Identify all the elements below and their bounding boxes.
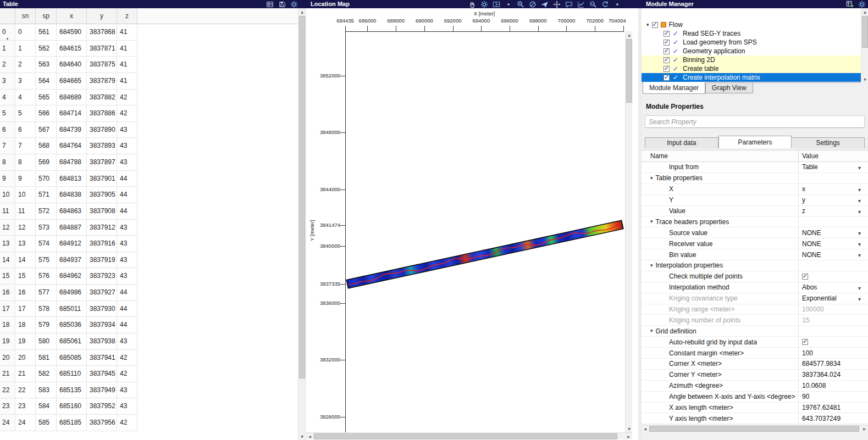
table-cell[interactable]: 684912 xyxy=(57,236,87,252)
table-cell[interactable]: 571 xyxy=(36,187,57,203)
dropdown-arrow-icon[interactable] xyxy=(858,186,861,193)
table-cell[interactable]: 19 xyxy=(15,333,36,350)
row-header-cell[interactable]: 14 xyxy=(0,252,15,269)
property-row-trace-headers-properties[interactable]: Trace headers properties xyxy=(642,216,868,227)
table-cell[interactable]: 7 xyxy=(15,138,36,154)
table-cell[interactable]: 43 xyxy=(117,154,137,171)
table-cell[interactable]: 685160 xyxy=(57,398,87,415)
table-cell[interactable]: 3837949 xyxy=(87,382,117,399)
tab-input-data[interactable]: Input data xyxy=(645,137,718,148)
map-horizontal-scrollbar[interactable] xyxy=(306,432,632,439)
scroll-down-button[interactable] xyxy=(626,425,633,432)
module-checkbox[interactable] xyxy=(664,40,670,46)
zoom-actual-icon[interactable] xyxy=(589,1,597,8)
table-row[interactable]: 77568684764383789343 xyxy=(0,138,298,154)
table-cell[interactable]: 8 xyxy=(15,154,36,171)
scroll-right-button[interactable] xyxy=(625,433,632,440)
table-cell[interactable]: 563 xyxy=(36,57,57,73)
table-row[interactable]: 1111572684863383790844 xyxy=(0,203,298,220)
tree-item-binning-2d[interactable]: Binning 2D xyxy=(642,55,861,64)
module-checkbox[interactable] xyxy=(664,31,670,37)
property-row-y-axis-length-meter[interactable]: Y axis length <meter>643.7037249 xyxy=(642,413,868,424)
table-cell[interactable]: 23 xyxy=(15,398,36,415)
property-row-x[interactable]: Xx xyxy=(642,184,868,195)
property-value[interactable]: 90 xyxy=(798,392,868,402)
row-header-cell[interactable]: 11 xyxy=(0,203,15,220)
row-header-cell[interactable]: 3 xyxy=(0,73,15,90)
row-header-cell[interactable]: 22 xyxy=(0,382,15,399)
table-cell[interactable]: 684986 xyxy=(57,285,87,301)
table-row[interactable]: 1515576684962383792343 xyxy=(0,268,298,285)
property-value[interactable]: y xyxy=(798,195,868,205)
row-header-cell[interactable]: 1 xyxy=(0,41,15,57)
row-header-cell[interactable]: 10 xyxy=(0,187,15,203)
scroll-up-button[interactable] xyxy=(861,8,868,15)
row-header-cell[interactable]: 5 xyxy=(0,105,15,122)
property-row-x-axis-length-meter[interactable]: X axis length <meter>19767.62481 xyxy=(642,403,868,414)
zoom-in-icon[interactable] xyxy=(517,1,524,8)
property-value[interactable]: Abos xyxy=(798,282,868,293)
table-cell[interactable]: 16 xyxy=(15,285,36,301)
table-row[interactable]: 33564684665383787941 xyxy=(0,73,298,90)
table-cell[interactable]: 44 xyxy=(117,171,137,187)
table-cell[interactable]: 43 xyxy=(117,398,137,415)
table-cell[interactable]: 10 xyxy=(15,187,36,203)
table-cell[interactable]: 3837882 xyxy=(87,90,117,106)
row-header-cell[interactable]: 12 xyxy=(0,220,15,236)
property-row-source-value[interactable]: Source valueNONE xyxy=(642,227,868,238)
value-column-header[interactable]: Value xyxy=(798,151,868,161)
tree-item-read-seg-y-traces[interactable]: Read SEG-Y traces xyxy=(642,29,861,38)
table-cell[interactable]: 684813 xyxy=(57,171,87,187)
row-header-cell[interactable]: 24 xyxy=(0,415,15,431)
table-cell[interactable]: 42 xyxy=(117,350,137,366)
table-cell[interactable]: 684590 xyxy=(57,24,87,41)
property-value[interactable]: 10.0608 xyxy=(798,381,868,391)
property-row-constant-margin-meter[interactable]: Constant margin <meter>100 xyxy=(642,348,868,359)
scroll-up-button[interactable] xyxy=(626,31,633,38)
table-row[interactable]: 00561684590383786841 xyxy=(0,24,298,41)
table-cell[interactable]: 584 xyxy=(36,398,57,415)
refresh-icon[interactable] xyxy=(601,1,609,8)
table-cell[interactable]: 3837868 xyxy=(87,24,117,41)
table-row[interactable]: 1414575684937383791943 xyxy=(0,252,298,269)
table-cell[interactable]: 570 xyxy=(36,171,57,187)
row-header-cell[interactable]: 15 xyxy=(0,268,15,285)
table-row[interactable]: 1010571684838383790544 xyxy=(0,187,298,203)
column-header[interactable]: x xyxy=(57,8,87,24)
table-cell[interactable]: 581 xyxy=(36,350,57,366)
property-value[interactable]: NONE xyxy=(798,238,868,249)
table-row[interactable]: 2020581685085383794142 xyxy=(0,350,298,366)
property-value[interactable] xyxy=(798,271,868,282)
property-value[interactable]: 3837364.024 xyxy=(798,370,868,380)
tree-item-create-table[interactable]: Create table xyxy=(642,64,861,73)
table-cell[interactable]: 577 xyxy=(36,285,57,301)
table-vertical-scrollbar[interactable] xyxy=(298,8,305,440)
table-cell[interactable]: 18 xyxy=(15,317,36,333)
tree-item-geometry-application[interactable]: Geometry application xyxy=(642,47,861,55)
table-cell[interactable]: 6 xyxy=(15,122,36,138)
table-cell[interactable]: 3837952 xyxy=(87,398,117,415)
table-cell[interactable]: 21 xyxy=(15,366,36,382)
table-row[interactable]: 1616577684986383792744 xyxy=(0,285,298,301)
column-header[interactable] xyxy=(0,8,15,24)
save-icon[interactable] xyxy=(278,1,286,8)
dropdown-arrow-icon[interactable] xyxy=(858,240,861,248)
column-header[interactable]: y xyxy=(87,8,117,24)
table-cell[interactable]: 24 xyxy=(15,415,36,431)
table-cell[interactable]: 685036 xyxy=(57,317,87,333)
property-row-grid-definition[interactable]: Grid definition xyxy=(642,326,868,337)
table-cell[interactable]: 3837879 xyxy=(87,73,117,90)
row-header-cell[interactable]: 20 xyxy=(0,350,15,366)
property-row-corner-y-meter[interactable]: Corner Y <meter>3837364.024 xyxy=(642,370,868,381)
property-value[interactable]: 643.7037249 xyxy=(798,413,868,424)
table-row[interactable]: 22563684640383787541 xyxy=(0,57,298,73)
table-cell[interactable]: 579 xyxy=(36,317,57,333)
property-row-check-multiple-def-points[interactable]: Check multiple def points xyxy=(642,271,868,282)
table-cell[interactable]: 3837941 xyxy=(87,350,117,366)
scroll-down-button[interactable] xyxy=(298,433,306,440)
comment-icon[interactable] xyxy=(565,1,573,8)
table-cell[interactable]: 684863 xyxy=(57,203,87,220)
table-cell[interactable]: 41 xyxy=(117,73,137,90)
property-value[interactable]: 100000 xyxy=(798,304,868,315)
table-cell[interactable]: 3837875 xyxy=(87,57,117,73)
